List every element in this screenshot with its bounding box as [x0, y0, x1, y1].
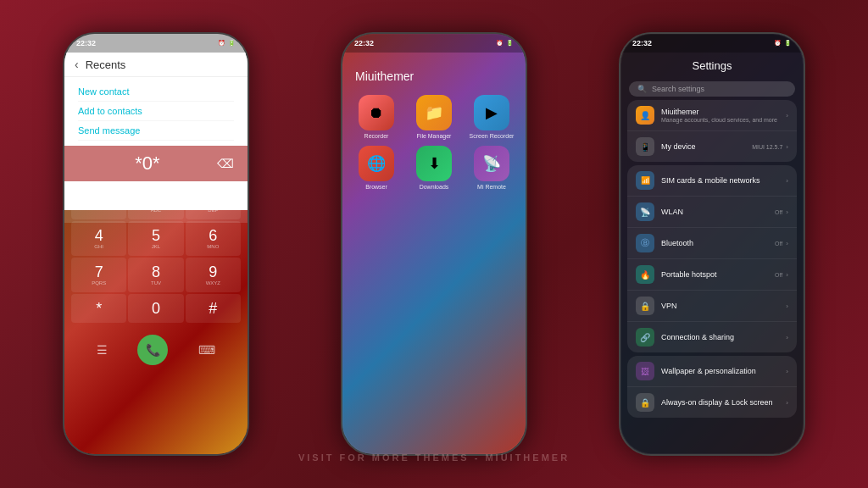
dialer-display: *0* ⌫: [64, 146, 248, 181]
watermark-text: VISIT FOR MORE THEMES - MIUITHEMER: [298, 452, 570, 463]
app-downloads[interactable]: ⬇ Downloads: [409, 146, 459, 190]
search-icon: 🔍: [637, 85, 647, 93]
app-recorder[interactable]: ⏺ Recorder: [351, 95, 402, 139]
wallpaper-icon: 🖼: [636, 362, 654, 380]
downloads-label: Downloads: [420, 184, 449, 190]
dialpad-icon[interactable]: ⌨: [198, 343, 215, 357]
chevron-icon-6: ›: [786, 271, 788, 279]
lock-screen-name: Always-on display & Lock screen: [661, 398, 779, 407]
settings-item-mydevice[interactable]: 📱 My device MIUI 12.5.7 ›: [627, 131, 797, 162]
recorder-icon: ⏺: [359, 95, 394, 130]
wlan-icon: 📡: [636, 202, 654, 221]
wallpaper-right: ›: [786, 368, 788, 375]
settings-search-bar[interactable]: 🔍 Search settings: [629, 81, 795, 97]
chevron-icon-3: ›: [786, 177, 788, 185]
sim-text: SIM cards & mobile networks: [661, 176, 779, 185]
battery-icon-2: 🔋: [506, 40, 514, 47]
homescreen-content: Miuithemer ⏺ Recorder 📁 File Manager ▶ S…: [342, 53, 526, 456]
chevron-icon-5: ›: [786, 240, 788, 247]
browser-label: Browser: [365, 184, 387, 190]
status-time-1: 22:32: [76, 39, 96, 47]
recents-title: Recents: [86, 58, 126, 71]
dial-key-3[interactable]: 3 DEF: [186, 185, 241, 219]
sim-icon: 📶: [636, 171, 654, 190]
alarm-icon-3: ⏰: [774, 40, 782, 47]
dialer-bottom-bar: ☰ 📞 ⌨: [64, 326, 248, 374]
bluetooth-icon: Ⓑ: [636, 234, 654, 252]
new-contact-option[interactable]: New contact: [78, 82, 234, 102]
phone-homescreen: 22:32 ⏰ 🔋 Miuithemer ⏺ Recorder 📁 File M…: [341, 32, 527, 456]
wlan-text: WLAN: [661, 208, 768, 216]
bluetooth-status: Off: [775, 241, 782, 247]
dial-key-hash[interactable]: #: [186, 294, 241, 323]
chevron-icon-7: ›: [786, 302, 788, 310]
dial-key-6[interactable]: 6 MNO: [186, 221, 241, 256]
app-browser[interactable]: 🌐 Browser: [351, 146, 402, 190]
settings-item-miuithemer[interactable]: 👤 Miuithemer Manage accounts, cloud serv…: [627, 100, 797, 131]
chevron-icon-2: ›: [786, 143, 788, 151]
wlan-name: WLAN: [661, 208, 768, 216]
connection-sharing-text: Connection & sharing: [661, 333, 779, 341]
settings-item-lock-screen[interactable]: 🔒 Always-on display & Lock screen ›: [627, 387, 797, 418]
dial-key-2[interactable]: 2 ABC: [128, 185, 183, 219]
dial-key-star[interactable]: *: [71, 294, 126, 323]
send-message-option[interactable]: Send message: [78, 121, 234, 141]
settings-section-connectivity: 📶 SIM cards & mobile networks › 📡 WLAN O…: [627, 165, 797, 352]
app-grid-label: Miuithemer: [351, 69, 414, 83]
add-to-contacts-option[interactable]: Add to contacts: [78, 102, 234, 121]
chevron-icon-10: ›: [786, 399, 788, 407]
app-miremote[interactable]: 📡 Mi Remote: [466, 146, 517, 190]
settings-item-bluetooth[interactable]: Ⓑ Bluetooth Off ›: [627, 228, 797, 259]
chevron-icon: ›: [786, 112, 788, 119]
chevron-icon-8: ›: [786, 334, 788, 341]
browser-icon: 🌐: [359, 146, 394, 181]
menu-icon[interactable]: ☰: [97, 343, 108, 357]
app-screenrecorder[interactable]: ▶ Screen Recorder: [466, 95, 517, 139]
settings-item-hotspot[interactable]: 🔥 Portable hotspot Off ›: [627, 259, 797, 291]
lock-screen-icon: 🔒: [636, 393, 654, 412]
mydevice-right: MIUI 12.5.7 ›: [752, 143, 788, 151]
wallpaper-name: Wallpaper & personalization: [661, 367, 779, 375]
mydevice-icon: 📱: [636, 137, 654, 156]
vpn-name: VPN: [661, 302, 779, 310]
dial-key-0[interactable]: 0: [128, 294, 183, 323]
dial-key-7[interactable]: 7 PQRS: [71, 258, 126, 292]
app-filemanager[interactable]: 📁 File Manager: [409, 95, 459, 139]
lock-screen-right: ›: [786, 399, 788, 407]
settings-item-wlan[interactable]: 📡 WLAN Off ›: [627, 197, 797, 228]
hotspot-icon: 🔥: [636, 265, 654, 284]
filemanager-icon: 📁: [416, 95, 452, 130]
phone-dialer: 22:32 ⏰ 🔋 ‹ Recents New contact Add to c…: [63, 32, 249, 456]
settings-item-sim[interactable]: 📶 SIM cards & mobile networks ›: [627, 165, 797, 197]
mydevice-name: My device: [661, 142, 745, 151]
sim-name: SIM cards & mobile networks: [661, 176, 779, 185]
back-button[interactable]: ‹: [75, 58, 79, 71]
connection-sharing-right: ›: [786, 334, 788, 341]
dial-key-4[interactable]: 4 GHI: [71, 221, 126, 256]
dial-key-5[interactable]: 5 JKL: [128, 221, 183, 256]
wlan-right: Off ›: [775, 208, 788, 216]
call-button[interactable]: 📞: [137, 335, 168, 365]
dial-key-9[interactable]: 9 WXYZ: [186, 258, 241, 292]
settings-item-vpn[interactable]: 🔒 VPN ›: [627, 291, 797, 322]
alarm-icon: ⏰: [218, 40, 225, 47]
screenrecorder-label: Screen Recorder: [470, 133, 515, 139]
status-time-3: 22:32: [632, 39, 652, 47]
wlan-status: Off: [775, 209, 782, 215]
filemanager-label: File Manager: [417, 133, 452, 139]
dial-key-8[interactable]: 8 TUV: [128, 258, 183, 292]
settings-item-connection-sharing[interactable]: 🔗 Connection & sharing ›: [627, 322, 797, 352]
delete-button[interactable]: ⌫: [217, 157, 234, 170]
status-time-2: 22:32: [354, 39, 374, 47]
hotspot-name: Portable hotspot: [661, 270, 768, 279]
screenrecorder-icon: ▶: [474, 95, 509, 130]
settings-item-wallpaper[interactable]: 🖼 Wallpaper & personalization ›: [627, 356, 797, 387]
sim-right: ›: [786, 177, 788, 185]
mydevice-badge: MIUI 12.5.7: [752, 144, 782, 150]
connection-sharing-icon: 🔗: [636, 328, 654, 347]
settings-section-account: 👤 Miuithemer Manage accounts, cloud serv…: [627, 100, 797, 162]
vpn-text: VPN: [661, 302, 779, 310]
dial-key-1[interactable]: 1: [71, 185, 126, 219]
battery-icon-3: 🔋: [784, 40, 792, 47]
recorder-label: Recorder: [364, 133, 389, 139]
